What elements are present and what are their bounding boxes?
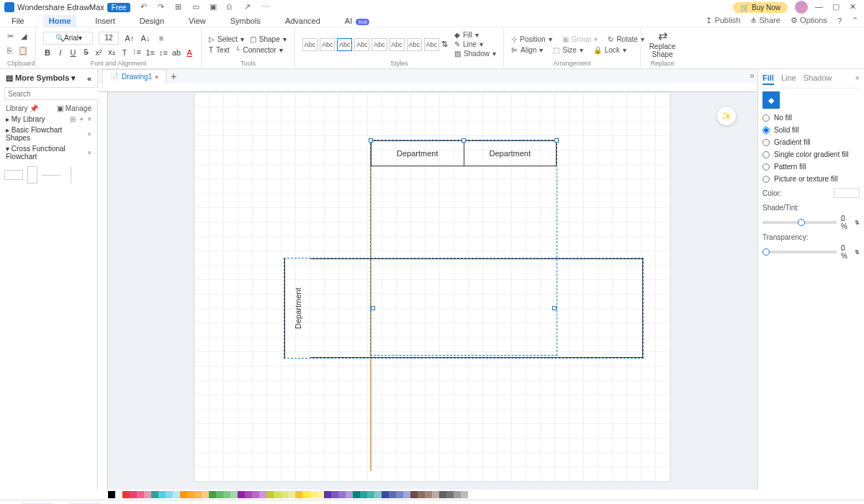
radio-solid[interactable]: Solid fill — [762, 124, 860, 136]
shape-tool[interactable]: ▢ Shape▾ — [250, 35, 287, 43]
connector-tool[interactable]: └ Connector▾ — [235, 46, 282, 54]
color-chip[interactable] — [144, 491, 151, 498]
more-icon[interactable]: ⋯ — [261, 2, 271, 12]
radio-single[interactable]: Single color gradient fill — [762, 148, 860, 161]
sub-icon[interactable]: x₂ — [107, 48, 116, 58]
dept-cell-2[interactable]: Department — [464, 141, 557, 166]
dept-cell-1[interactable]: Department — [372, 141, 464, 166]
add-tab-button[interactable]: + — [168, 71, 179, 82]
color-chip[interactable] — [158, 491, 166, 498]
color-chip[interactable] — [130, 491, 137, 498]
menu-advanced[interactable]: Advanced — [279, 15, 326, 27]
color-chip[interactable] — [266, 491, 274, 498]
rotate-btn[interactable]: ↻ Rotate▾ — [608, 35, 644, 43]
horizontal-swimlane[interactable]: Department — [284, 258, 644, 359]
style-4[interactable]: Abc — [354, 38, 369, 51]
color-chip[interactable] — [389, 491, 396, 498]
redo-icon[interactable]: ↷ — [158, 2, 168, 12]
color-chip[interactable] — [187, 491, 194, 498]
cross-func-toggle[interactable]: ▾ Cross Functional Flowchart — [6, 145, 87, 161]
lib-expand-icon[interactable]: ⊞ — [70, 115, 76, 123]
maximize-icon[interactable]: ▢ — [832, 2, 842, 12]
style-2[interactable]: Abc — [320, 38, 335, 51]
export-icon[interactable]: ↗ — [244, 2, 254, 12]
color-palette[interactable] — [0, 490, 864, 500]
trans-slider[interactable] — [762, 251, 837, 253]
case-icon[interactable]: T — [120, 48, 129, 58]
collapse-ribbon-icon[interactable]: ⌃ — [852, 16, 858, 25]
print-icon[interactable]: ⎙ — [227, 2, 237, 12]
shade-stepper[interactable]: ⇅ — [855, 220, 860, 226]
text-tool[interactable]: T Text — [209, 46, 229, 54]
color-chip[interactable] — [166, 491, 173, 498]
radio-pattern[interactable]: Pattern fill — [762, 161, 860, 173]
undo-icon[interactable]: ↶ — [140, 2, 150, 12]
fill-btn[interactable]: ◆ Fill▾ — [454, 31, 496, 39]
color-chip[interactable] — [346, 491, 353, 498]
color-chip[interactable] — [446, 491, 454, 498]
shadow-btn[interactable]: ▨ Shadow▾ — [454, 50, 496, 58]
position-btn[interactable]: ⊹ Position▾ — [511, 35, 552, 43]
line-btn[interactable]: ✎ Line▾ — [454, 40, 496, 48]
basic-close-icon[interactable]: × — [87, 130, 91, 138]
rp-close-icon[interactable]: × — [855, 73, 860, 85]
mylib-toggle[interactable]: ▸ My Library — [6, 115, 45, 123]
color-chip[interactable] — [216, 491, 223, 498]
color-chip[interactable] — [288, 491, 295, 498]
font-color-icon[interactable]: A — [185, 48, 194, 58]
copy-icon[interactable]: ⎘ — [7, 46, 12, 58]
color-swatch[interactable] — [834, 188, 860, 198]
basic-shapes-toggle[interactable]: ▸ Basic Flowchart Shapes — [6, 126, 87, 142]
style-more[interactable]: ⇅ — [441, 40, 448, 49]
color-chip[interactable] — [223, 491, 230, 498]
font-grow-icon[interactable]: A↑ — [125, 33, 135, 43]
menu-file[interactable]: File — [6, 15, 30, 27]
color-chip[interactable] — [245, 491, 252, 498]
select-tool[interactable]: ▷ Select▾ — [209, 35, 244, 43]
italic-icon[interactable]: I — [56, 48, 65, 58]
highlight-icon[interactable]: ab — [172, 48, 181, 58]
canvas[interactable]: Department Department Department ✨ — [108, 92, 757, 490]
font-select[interactable]: 🔍 Arial ▾ — [43, 32, 93, 45]
color-chip[interactable] — [331, 491, 338, 498]
replace-shape-btn[interactable]: ⇄ Replace Shape — [648, 29, 677, 58]
page-surface[interactable]: Department Department Department — [194, 92, 670, 481]
style-1[interactable]: Abc — [302, 38, 318, 51]
color-chip[interactable] — [374, 491, 382, 498]
shape-separator[interactable] — [42, 175, 60, 176]
help-icon[interactable]: ? — [837, 17, 842, 25]
color-chip[interactable] — [425, 491, 432, 498]
lock-btn[interactable]: 🔒 Lock▾ — [593, 46, 626, 54]
color-chip[interactable] — [310, 491, 317, 498]
color-chip[interactable] — [367, 491, 374, 498]
style-6[interactable]: Abc — [390, 38, 405, 51]
shade-slider[interactable] — [762, 221, 837, 224]
lib-add-icon[interactable]: + — [79, 115, 84, 123]
color-chip[interactable] — [461, 491, 468, 498]
color-chip[interactable] — [274, 491, 281, 498]
menu-design[interactable]: Design — [134, 15, 170, 27]
super-icon[interactable]: x² — [94, 48, 103, 58]
color-chip[interactable] — [410, 491, 418, 498]
color-chip[interactable] — [151, 491, 158, 498]
color-chip[interactable] — [122, 491, 130, 498]
radio-gradient[interactable]: Gradient fill — [762, 136, 860, 148]
color-chip[interactable] — [209, 491, 216, 498]
menu-insert[interactable]: Insert — [89, 15, 121, 27]
color-chip[interactable] — [252, 491, 259, 498]
color-chip[interactable] — [353, 491, 360, 498]
color-chip[interactable] — [439, 491, 446, 498]
color-chip[interactable] — [396, 491, 403, 498]
lane-header[interactable]: Department — [284, 258, 310, 358]
style-5[interactable]: Abc — [372, 38, 387, 51]
color-chip[interactable] — [338, 491, 346, 498]
collapse-left-icon[interactable]: « — [87, 74, 91, 83]
style-3[interactable]: Abc — [337, 38, 352, 51]
rp-tab-line[interactable]: Line — [781, 73, 796, 85]
color-chip[interactable] — [180, 491, 187, 498]
shape-h-swimlane[interactable] — [4, 170, 23, 180]
bullets-icon[interactable]: ⁝≡ — [133, 48, 142, 58]
lib-close-icon[interactable]: × — [87, 115, 91, 123]
menu-ai[interactable]: AI hot — [339, 15, 376, 27]
rp-tab-shadow[interactable]: Shadow — [804, 73, 832, 85]
